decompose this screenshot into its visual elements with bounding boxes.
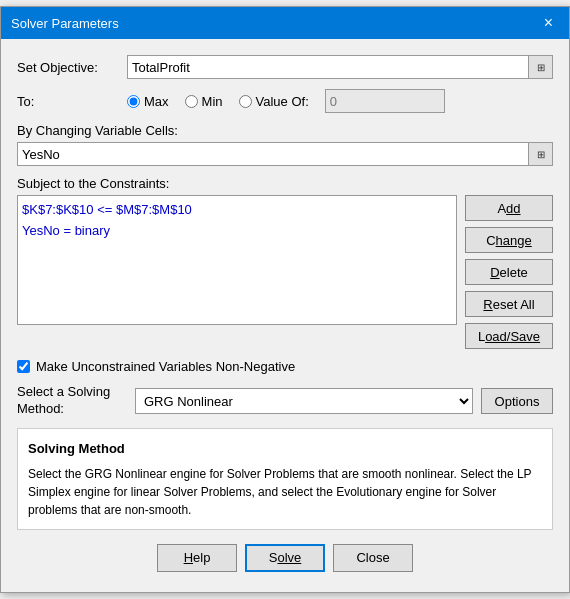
unconstrained-checkbox[interactable] [17,360,30,373]
close-dialog-button[interactable]: Close [333,544,413,572]
list-item: YesNo = binary [22,221,452,242]
solving-method-select[interactable]: GRG Nonlinear Simplex LP Evolutionary [135,388,473,414]
radio-valueof-text: Value Of: [256,94,309,109]
radio-min-text: Min [202,94,223,109]
unconstrained-label: Make Unconstrained Variables Non-Negativ… [36,359,295,374]
solve-button[interactable]: Solve [245,544,325,572]
solving-method-label: Select a SolvingMethod: [17,384,127,418]
unconstrained-checkbox-row: Make Unconstrained Variables Non-Negativ… [17,359,553,374]
solving-method-title: Solving Method [28,439,542,459]
objective-input-group: ⊞ [127,55,553,79]
loadsave-label: Load/Save [478,329,540,344]
changing-cells-row: ⊞ [17,142,553,166]
to-label: To: [17,94,127,109]
title-bar: Solver Parameters × [1,7,569,39]
change-label: Change [486,233,532,248]
radio-min-label[interactable]: Min [185,94,223,109]
radio-valueof-label[interactable]: Value Of: [239,94,309,109]
help-button[interactable]: Help [157,544,237,572]
constraints-area: $K$7:$K$10 <= $M$7:$M$10 YesNo = binary … [17,195,553,349]
solving-method-box: Solving Method Select the GRG Nonlinear … [17,428,553,530]
help-label: Help [184,550,211,565]
close-label: Close [356,550,389,565]
close-icon[interactable]: × [538,13,559,33]
delete-label: Delete [490,265,528,280]
reset-label: Reset All [483,297,534,312]
dialog-title: Solver Parameters [11,16,119,31]
objective-label: Set Objective: [17,60,127,75]
solve-label: Solve [269,550,302,565]
options-button[interactable]: Options [481,388,553,414]
list-item: $K$7:$K$10 <= $M$7:$M$10 [22,200,452,221]
footer-buttons: Help Solve Close [17,544,553,576]
options-label: Options [495,394,540,409]
add-constraint-button[interactable]: Add [465,195,553,221]
constraints-label: Subject to the Constraints: [17,176,553,191]
solving-method-row: Select a SolvingMethod: GRG Nonlinear Si… [17,384,553,418]
constraints-list-wrapper: $K$7:$K$10 <= $M$7:$M$10 YesNo = binary [17,195,457,349]
objective-input[interactable] [127,55,529,79]
reset-all-button[interactable]: Reset All [465,291,553,317]
radio-max[interactable] [127,95,140,108]
objective-row: Set Objective: ⊞ [17,55,553,79]
constraints-list: $K$7:$K$10 <= $M$7:$M$10 YesNo = binary [17,195,457,325]
to-radio-group: Max Min Value Of: [127,89,553,113]
radio-max-text: Max [144,94,169,109]
changing-cells-label: By Changing Variable Cells: [17,123,553,138]
radio-max-label[interactable]: Max [127,94,169,109]
solving-method-description: Select the GRG Nonlinear engine for Solv… [28,465,542,519]
objective-cellref-button[interactable]: ⊞ [529,55,553,79]
to-row: To: Max Min Value Of: [17,89,553,113]
value-of-input[interactable] [325,89,445,113]
dialog-body: Set Objective: ⊞ To: Max Min [1,39,569,591]
changing-cells-cellref-button[interactable]: ⊞ [529,142,553,166]
changing-cells-input[interactable] [17,142,529,166]
delete-constraint-button[interactable]: Delete [465,259,553,285]
constraint-buttons: Add Change Delete Reset All [465,195,553,349]
radio-valueof[interactable] [239,95,252,108]
radio-min[interactable] [185,95,198,108]
change-constraint-button[interactable]: Change [465,227,553,253]
load-save-button[interactable]: Load/Save [465,323,553,349]
solver-parameters-dialog: Solver Parameters × Set Objective: ⊞ To:… [0,6,570,592]
changing-cells-input-group: ⊞ [17,142,553,166]
add-label: Add [497,201,520,216]
